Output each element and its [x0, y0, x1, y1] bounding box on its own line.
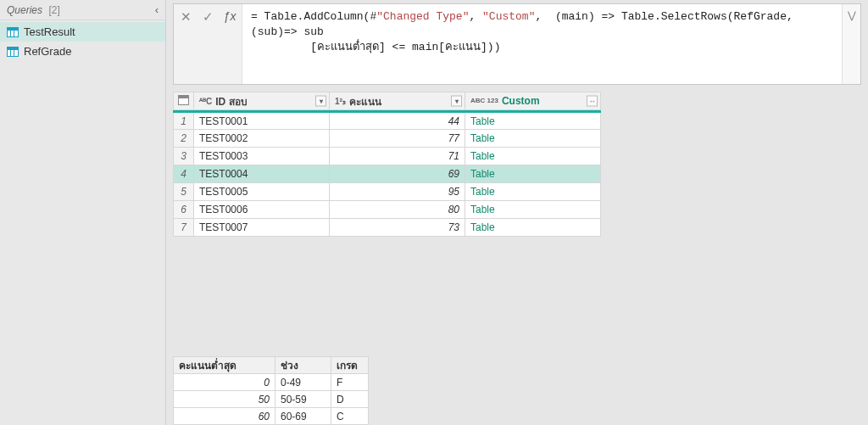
table-row[interactable]: 2TEST000277Table — [174, 130, 601, 148]
row-number[interactable]: 3 — [174, 148, 194, 165]
cell-score[interactable]: 80 — [330, 201, 465, 219]
filter-dropdown-icon[interactable]: ▾ — [315, 96, 326, 107]
cell-score[interactable]: 71 — [330, 148, 465, 165]
preview-cell-min[interactable]: 50 — [174, 391, 275, 408]
accept-formula-icon[interactable]: ✓ — [201, 9, 214, 23]
preview-cell-range[interactable]: 50-59 — [275, 391, 331, 408]
preview-col-min[interactable]: คะแนนต่ำสุด — [174, 357, 275, 374]
cell-id[interactable]: TEST0007 — [194, 219, 330, 237]
preview-row[interactable]: 6060-69C — [174, 408, 369, 425]
queries-pane: Queries [2] ‹ TestResult RefGrade — [0, 0, 166, 425]
column-header-id[interactable]: ᴬᴮC ID สอบ ▾ — [194, 92, 330, 110]
fx-icon[interactable]: ƒx — [223, 9, 236, 23]
expand-column-icon[interactable]: ↔ — [587, 96, 598, 107]
row-number[interactable]: 5 — [174, 183, 194, 201]
cell-score[interactable]: 73 — [330, 219, 465, 237]
preview-cell-range[interactable]: 0-49 — [275, 374, 331, 391]
cell-id[interactable]: TEST0004 — [194, 165, 330, 183]
formula-seg: = Table.AddColumn(# — [251, 10, 376, 23]
preview-cell-grade[interactable]: F — [331, 374, 369, 391]
table-row[interactable]: 7TEST000773Table — [174, 219, 601, 237]
cell-custom[interactable]: Table — [465, 201, 601, 219]
column-header-score[interactable]: 1²₃ คะแนน ▾ — [330, 92, 465, 110]
preview-row[interactable]: 00-49F — [174, 374, 369, 391]
cancel-formula-icon[interactable]: ✕ — [179, 9, 192, 23]
cell-id[interactable]: TEST0003 — [194, 148, 330, 165]
column-header-custom[interactable]: ABC 123 Custom ↔ — [465, 92, 601, 110]
table-row[interactable]: 4TEST000469Table — [174, 165, 601, 183]
cell-custom[interactable]: Table — [465, 112, 601, 130]
formula-expand-toggle[interactable]: ⋁ — [842, 4, 860, 84]
table-row[interactable]: 3TEST000371Table — [174, 148, 601, 165]
filter-dropdown-icon[interactable]: ▾ — [451, 96, 462, 107]
formula-seg: , — [469, 10, 482, 23]
table-icon — [7, 47, 19, 57]
cell-custom[interactable]: Table — [465, 183, 601, 201]
cell-score[interactable]: 77 — [330, 130, 465, 148]
row-number[interactable]: 6 — [174, 201, 194, 219]
preview-cell-grade[interactable]: D — [331, 391, 369, 408]
formula-actions: ✕ ✓ ƒx — [174, 4, 242, 84]
column-label: คะแนน — [349, 93, 381, 109]
table-row[interactable]: 5TEST000595Table — [174, 183, 601, 201]
table-icon — [178, 95, 189, 105]
cell-custom[interactable]: Table — [465, 148, 601, 165]
data-grid: ᴬᴮC ID สอบ ▾ 1²₃ คะแนน ▾ — [173, 92, 861, 237]
query-item-testresult[interactable]: TestResult — [0, 22, 165, 42]
results-table: ᴬᴮC ID สอบ ▾ 1²₃ คะแนน ▾ — [173, 92, 601, 237]
record-preview: คะแนนต่ำสุด ช่วง เกรด 00-49F5050-59D6060… — [173, 356, 369, 425]
formula-seg: [คะแนนต่ำสุด] <= main[คะแนน])) — [251, 41, 500, 53]
column-label: ID สอบ — [215, 93, 247, 109]
queries-header: Queries [2] ‹ — [0, 0, 165, 20]
preview-col-grade[interactable]: เกรด — [331, 357, 369, 374]
row-number[interactable]: 1 — [174, 112, 194, 130]
preview-cell-min[interactable]: 60 — [174, 408, 275, 425]
cell-id[interactable]: TEST0002 — [194, 130, 330, 148]
formula-input[interactable]: = Table.AddColumn(#"Changed Type", "Cust… — [242, 4, 842, 84]
cell-score[interactable]: 44 — [330, 112, 465, 130]
preview-cell-min[interactable]: 0 — [174, 374, 275, 391]
preview-cell-range[interactable]: 60-69 — [275, 408, 331, 425]
cell-id[interactable]: TEST0006 — [194, 201, 330, 219]
cell-id[interactable]: TEST0001 — [194, 112, 330, 130]
formula-seg: "Changed Type" — [376, 10, 469, 23]
table-row[interactable]: 6TEST000680Table — [174, 201, 601, 219]
formula-bar: ✕ ✓ ƒx = Table.AddColumn(#"Changed Type"… — [173, 3, 861, 85]
cell-score[interactable]: 95 — [330, 183, 465, 201]
cell-id[interactable]: TEST0005 — [194, 183, 330, 201]
cell-custom[interactable]: Table — [465, 219, 601, 237]
type-number-icon: 1²₃ — [335, 97, 346, 106]
type-text-icon: ᴬᴮC — [199, 97, 212, 106]
formula-seg: "Custom" — [482, 10, 535, 23]
cell-score[interactable]: 69 — [330, 165, 465, 183]
column-label: Custom — [502, 95, 540, 107]
cell-custom[interactable]: Table — [465, 165, 601, 183]
query-item-label: RefGrade — [24, 45, 71, 58]
query-item-label: TestResult — [24, 25, 75, 38]
preview-cell-grade[interactable]: C — [331, 408, 369, 425]
type-any-icon: ABC 123 — [470, 98, 498, 103]
header-row: ᴬᴮC ID สอบ ▾ 1²₃ คะแนน ▾ — [174, 92, 601, 110]
query-item-refgrade[interactable]: RefGrade — [0, 42, 165, 61]
table-icon — [7, 27, 19, 37]
preview-table: คะแนนต่ำสุด ช่วง เกรด 00-49F5050-59D6060… — [173, 356, 369, 425]
preview-col-range[interactable]: ช่วง — [275, 357, 331, 374]
queries-count: [2] — [48, 4, 59, 16]
main-area: ✕ ✓ ƒx = Table.AddColumn(#"Changed Type"… — [166, 0, 868, 425]
row-number[interactable]: 7 — [174, 219, 194, 237]
collapse-pane-icon[interactable]: ‹ — [155, 3, 159, 16]
row-number[interactable]: 2 — [174, 130, 194, 148]
preview-header-row: คะแนนต่ำสุด ช่วง เกรด — [174, 357, 369, 374]
table-row[interactable]: 1TEST000144Table — [174, 112, 601, 130]
query-list: TestResult RefGrade — [0, 20, 165, 63]
preview-row[interactable]: 5050-59D — [174, 391, 369, 408]
row-number[interactable]: 4 — [174, 165, 194, 183]
table-corner-button[interactable] — [174, 92, 194, 110]
queries-title: Queries — [7, 4, 42, 16]
cell-custom[interactable]: Table — [465, 130, 601, 148]
